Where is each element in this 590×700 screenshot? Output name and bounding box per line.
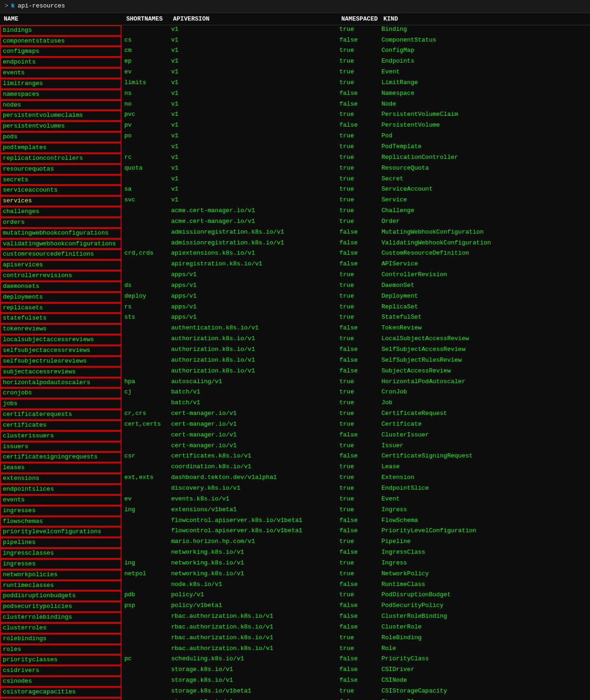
cell-namespaced: true — [337, 559, 379, 570]
cell-kind: CustomResourceDefinition — [379, 249, 590, 260]
table-row: challenges acme.cert-manager.io/v1 true … — [0, 207, 590, 217]
table-row: validatingwebhookconfigurations admissio… — [0, 239, 590, 250]
cell-apiversion: scheduling.k8s.io/v1 — [168, 655, 337, 665]
table-row: configmaps cm v1 true ConfigMap — [0, 46, 590, 57]
cell-namespaced: false — [337, 367, 379, 378]
cell-apiversion: v1 — [168, 57, 337, 68]
cell-name: jobs — [0, 399, 122, 409]
cell-name: ingresses — [0, 506, 122, 516]
cell-apiversion: cert-manager.io/v1 — [168, 431, 337, 442]
cell-apiversion: networking.k8s.io/v1 — [168, 559, 337, 570]
table-row: roles rbac.authorization.k8s.io/v1 true … — [0, 644, 590, 655]
cell-name: poddisruptionbudgets — [0, 591, 122, 601]
cell-kind: Extension — [379, 473, 590, 484]
table-row: runtimeclasses node.k8s.io/v1 false Runt… — [0, 580, 590, 591]
cell-shortnames: limits — [122, 79, 168, 89]
cell-name: challenges — [0, 207, 122, 217]
cell-kind: SelfSubjectRulesReview — [379, 356, 590, 367]
cell-apiversion: extensions/v1beta1 — [168, 506, 337, 516]
cell-shortnames: svc — [122, 196, 168, 207]
cell-shortnames: ev — [122, 68, 168, 79]
cell-kind: ClusterRole — [379, 623, 590, 634]
cell-namespaced: true — [337, 153, 379, 164]
table-row: clusterrolebindings rbac.authorization.k… — [0, 612, 590, 623]
cell-namespaced: true — [337, 570, 379, 580]
table-row: componentstatuses cs v1 false ComponentS… — [0, 36, 590, 47]
table-row: resourcequotas quota v1 true ResourceQuo… — [0, 164, 590, 175]
cell-apiversion: apps/v1 — [168, 292, 337, 303]
cell-name: clusterroles — [0, 623, 122, 634]
cell-apiversion: storage.k8s.io/v1 — [168, 698, 337, 700]
cell-shortnames: quota — [122, 164, 168, 175]
cell-apiversion: acme.cert-manager.io/v1 — [168, 217, 337, 228]
cell-shortnames: ext,exts — [122, 473, 168, 484]
cell-name: prioritylevelconfigurations — [0, 527, 122, 537]
cell-shortnames: ds — [122, 281, 168, 292]
cell-namespaced: true — [337, 420, 379, 431]
cell-kind: Lease — [379, 463, 590, 473]
cell-name: extensions — [0, 473, 122, 484]
cell-name: podsecuritypolicies — [0, 601, 122, 612]
cell-kind: APIService — [379, 260, 590, 271]
cell-kind: FlowSchema — [379, 516, 590, 527]
header-namespaced: NAMESPACED — [338, 15, 381, 24]
cell-kind: SubjectAccessReview — [379, 367, 590, 378]
cell-shortnames — [122, 516, 168, 527]
cell-name: apiservices — [0, 260, 122, 271]
cell-shortnames: rc — [122, 153, 168, 164]
table-row: orders acme.cert-manager.io/v1 true Orde… — [0, 217, 590, 228]
table-row: csidrivers storage.k8s.io/v1 false CSIDr… — [0, 665, 590, 676]
cell-shortnames: cs — [122, 36, 168, 47]
table-row: ingressclasses networking.k8s.io/v1 fals… — [0, 548, 590, 559]
cell-namespaced: true — [337, 292, 379, 303]
cell-namespaced: true — [337, 495, 379, 506]
cell-kind: Event — [379, 68, 590, 79]
cell-namespaced: false — [337, 698, 379, 700]
cell-shortnames: no — [122, 100, 168, 111]
cell-kind: HorizontalPodAutoscaler — [379, 378, 590, 388]
cell-kind: Order — [379, 217, 590, 228]
cell-name: controllerrevisions — [0, 271, 122, 281]
cell-kind: CertificateSigningRequest — [379, 452, 590, 463]
cell-name: endpointslices — [0, 484, 122, 495]
table-row: daemonsets ds apps/v1 true DaemonSet — [0, 281, 590, 292]
cell-shortnames: hpa — [122, 378, 168, 388]
cell-kind: StorageClass — [379, 698, 590, 700]
cell-namespaced: true — [337, 207, 379, 217]
header-apiversion: APIVERSION — [170, 15, 338, 24]
cell-apiversion: apiregistration.k8s.io/v1 — [168, 260, 337, 271]
cell-apiversion: admissionregistration.k8s.io/v1 — [168, 239, 337, 250]
title-command: api-resources — [18, 2, 65, 11]
cell-namespaced: false — [337, 665, 379, 676]
cell-name: events — [0, 495, 122, 506]
cell-shortnames — [122, 335, 168, 345]
cell-name: csistoragecapacities — [0, 687, 122, 698]
cell-kind: ClusterIssuer — [379, 431, 590, 442]
cell-shortnames: po — [122, 132, 168, 143]
cell-kind: Pod — [379, 132, 590, 143]
cell-apiversion: cert-manager.io/v1 — [168, 420, 337, 431]
cell-namespaced: false — [337, 36, 379, 47]
cell-apiversion: v1 — [168, 121, 337, 132]
table-row: jobs batch/v1 true Job — [0, 399, 590, 409]
cell-name: services — [0, 196, 122, 207]
table-row: certificaterequests cr,crs cert-manager.… — [0, 409, 590, 420]
cell-kind: CSIDriver — [379, 665, 590, 676]
table-row: namespaces ns v1 false Namespace — [0, 89, 590, 100]
cell-namespaced: true — [337, 164, 379, 175]
cell-kind: EndpointSlice — [379, 484, 590, 495]
cell-name: selfsubjectrulesreviews — [0, 356, 122, 367]
cell-namespaced: false — [337, 580, 379, 591]
cell-kind: Role — [379, 644, 590, 655]
cell-namespaced: false — [337, 623, 379, 634]
cell-apiversion: v1 — [168, 175, 337, 186]
table-row: replicasets rs apps/v1 true ReplicaSet — [0, 303, 590, 314]
title-k-label: k — [11, 2, 15, 11]
table-row: apiservices apiregistration.k8s.io/v1 fa… — [0, 260, 590, 271]
cell-shortnames — [122, 399, 168, 409]
cell-shortnames — [122, 687, 168, 698]
cell-kind: TokenReview — [379, 324, 590, 335]
cell-namespaced: false — [337, 345, 379, 356]
cell-namespaced: true — [337, 409, 379, 420]
cell-apiversion: discovery.k8s.io/v1 — [168, 484, 337, 495]
